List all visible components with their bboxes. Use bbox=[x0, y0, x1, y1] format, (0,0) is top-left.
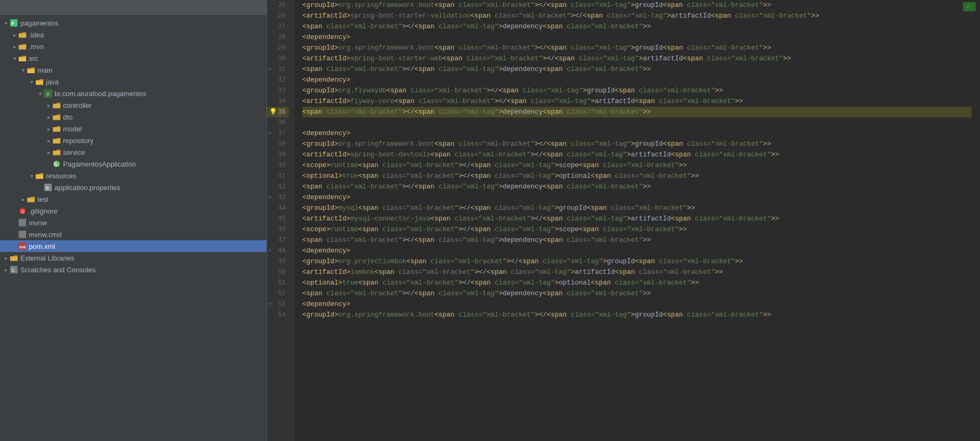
check-count-badge: ✓ bbox=[963, 2, 976, 11]
line-num-text-47: 47 bbox=[278, 235, 286, 246]
fold-icon-43[interactable]: ⊖ bbox=[268, 192, 271, 203]
sidebar-item-pom-xml[interactable]: xmlpom.xml bbox=[0, 240, 266, 252]
code-line-50: <artifactId>lombok<span class="xml-brack… bbox=[302, 267, 971, 278]
arrow-icon-src bbox=[11, 54, 18, 62]
line-num-text-54: 54 bbox=[278, 310, 286, 320]
code-line-34: <artifactId>flyway-core<span class="xml-… bbox=[302, 96, 971, 107]
code-line-53: <dependency> bbox=[302, 299, 971, 310]
code-line-36 bbox=[302, 117, 971, 128]
line-numbers: 252627282930⊖31323334💡3536⊖373839404142⊖… bbox=[267, 0, 294, 441]
sidebar-label-repository: repository bbox=[63, 137, 266, 145]
line-number-26: 26 bbox=[267, 11, 289, 21]
sidebar-item-dto[interactable]: dto bbox=[0, 111, 266, 123]
line-num-text-31: 31 bbox=[278, 64, 286, 75]
sidebar-item-pkg[interactable]: br.com.alurafood.pagamentos bbox=[0, 88, 266, 99]
code-line-30: <artifactId>spring-boot-starter-web<span… bbox=[302, 53, 971, 64]
line-num-text-26: 26 bbox=[278, 11, 286, 21]
code-line-35: <span class="xml-bracket"></<span class=… bbox=[302, 107, 971, 117]
sidebar-item-main[interactable]: main bbox=[0, 64, 266, 76]
line-number-25: 25 bbox=[267, 0, 289, 11]
svg-text:S: S bbox=[54, 162, 57, 167]
file-icon-folder bbox=[18, 54, 27, 62]
line-num-text-33: 33 bbox=[278, 85, 286, 96]
fold-icon-31[interactable]: ⊖ bbox=[268, 64, 271, 75]
line-number-50: 50 bbox=[267, 267, 289, 278]
line-number-40: 40 bbox=[267, 160, 289, 171]
sidebar-label-resources: resources bbox=[46, 172, 266, 180]
line-num-text-25: 25 bbox=[278, 0, 286, 11]
sidebar-item-scratches[interactable]: SScratches and Consoles bbox=[0, 264, 266, 275]
line-number-33: 33 bbox=[267, 85, 289, 96]
project-sidebar: Ppagamentos.idea.mvnsrcmainjavabr.com.al… bbox=[0, 0, 267, 441]
arrow-icon-dto bbox=[45, 113, 52, 121]
line-number-42: 42 bbox=[267, 182, 289, 192]
sidebar-item-mvnw-cmd[interactable]: mvnw.cmd bbox=[0, 229, 266, 240]
line-number-46: 46 bbox=[267, 224, 289, 235]
arrow-icon-scratches bbox=[2, 266, 10, 273]
fold-icon-48[interactable]: ⊖ bbox=[268, 246, 271, 256]
line-number-43: ⊖43 bbox=[267, 192, 289, 203]
sidebar-label-service: service bbox=[63, 148, 266, 156]
code-line-33: <groupId>org.flywaydb<span class="xml-br… bbox=[302, 85, 971, 96]
sidebar-item-ext-lib[interactable]: External Libraries bbox=[0, 252, 266, 264]
sidebar-item-resources[interactable]: resources bbox=[0, 170, 266, 182]
sidebar-item-src[interactable]: src bbox=[0, 52, 266, 64]
arrow-icon-test bbox=[19, 195, 27, 203]
sidebar-item-pagamentos[interactable]: Ppagamentos bbox=[0, 17, 266, 29]
sidebar-label-app-class: PagamentosApplication bbox=[63, 160, 266, 168]
sidebar-item-app-props[interactable]: ⚙application.properties bbox=[0, 182, 266, 193]
arrow-icon-ext-lib bbox=[2, 254, 10, 262]
sidebar-item-service[interactable]: service bbox=[0, 146, 266, 158]
project-tree: Ppagamentos.idea.mvnsrcmainjavabr.com.al… bbox=[0, 15, 266, 441]
sidebar-item-repository[interactable]: repository bbox=[0, 135, 266, 146]
bulb-icon-35[interactable]: 💡 bbox=[269, 107, 277, 117]
code-line-43: <dependency> bbox=[302, 192, 971, 203]
sidebar-item-gitignore[interactable]: G.gitignore bbox=[0, 205, 266, 217]
sidebar-label-controller: controller bbox=[63, 101, 266, 109]
code-line-26: <artifactId>spring-boot-starter-validati… bbox=[302, 11, 971, 21]
file-icon-folder bbox=[27, 66, 35, 74]
sidebar-label-pagamentos: pagamentos bbox=[20, 19, 266, 27]
code-lines[interactable]: <groupId>org.springframework.boot<span c… bbox=[294, 0, 980, 441]
sidebar-label-ext-lib: External Libraries bbox=[20, 254, 266, 262]
file-icon-folder bbox=[27, 195, 35, 203]
code-line-41: <optional>true<span class="xml-bracket">… bbox=[302, 171, 971, 182]
line-num-text-48: 48 bbox=[278, 246, 286, 256]
arrow-icon-gitignore bbox=[11, 207, 18, 215]
svg-text:xml: xml bbox=[19, 245, 26, 249]
arrow-icon-pom-xml bbox=[11, 242, 18, 250]
sidebar-item-app-class[interactable]: SPagamentosApplication bbox=[0, 158, 266, 170]
sidebar-label-scratches: Scratches and Consoles bbox=[20, 266, 266, 274]
sidebar-item-java[interactable]: java bbox=[0, 76, 266, 88]
line-num-text-36: 36 bbox=[278, 117, 286, 128]
sidebar-label-idea: .idea bbox=[29, 31, 266, 39]
file-icon-file bbox=[18, 230, 27, 239]
code-editor: 252627282930⊖31323334💡3536⊖373839404142⊖… bbox=[267, 0, 980, 441]
line-num-text-34: 34 bbox=[278, 96, 286, 107]
file-icon-file bbox=[18, 218, 27, 227]
arrow-icon-mvnw bbox=[11, 219, 18, 226]
sidebar-item-mvnw[interactable]: mvnw bbox=[0, 217, 266, 229]
file-icon-properties: ⚙ bbox=[44, 183, 52, 192]
line-number-34: 34 bbox=[267, 96, 289, 107]
sidebar-item-model[interactable]: model bbox=[0, 123, 266, 135]
line-number-45: 45 bbox=[267, 214, 289, 224]
file-icon-folder bbox=[52, 113, 61, 121]
sidebar-item-test[interactable]: test bbox=[0, 193, 266, 205]
sidebar-item-controller[interactable]: controller bbox=[0, 99, 266, 111]
line-number-54: 54 bbox=[267, 310, 289, 320]
fold-icon-37[interactable]: ⊖ bbox=[268, 128, 271, 139]
code-line-32: <dependency> bbox=[302, 75, 971, 85]
sidebar-item-idea[interactable]: .idea bbox=[0, 29, 266, 41]
line-number-29: 29 bbox=[267, 43, 289, 53]
fold-icon-53[interactable]: ⊖ bbox=[268, 299, 271, 310]
line-num-text-52: 52 bbox=[278, 288, 286, 299]
line-num-text-39: 39 bbox=[278, 149, 286, 160]
line-number-35: 💡35 bbox=[267, 107, 289, 117]
arrow-icon-pagamentos bbox=[2, 19, 10, 27]
code-line-42: <span class="xml-bracket"></<span class=… bbox=[302, 182, 971, 192]
arrow-icon-java bbox=[28, 78, 35, 85]
sidebar-item-mvn[interactable]: .mvn bbox=[0, 41, 266, 52]
file-icon-folder bbox=[18, 42, 27, 51]
code-line-44: <groupId>mysql<span class="xml-bracket">… bbox=[302, 203, 971, 214]
